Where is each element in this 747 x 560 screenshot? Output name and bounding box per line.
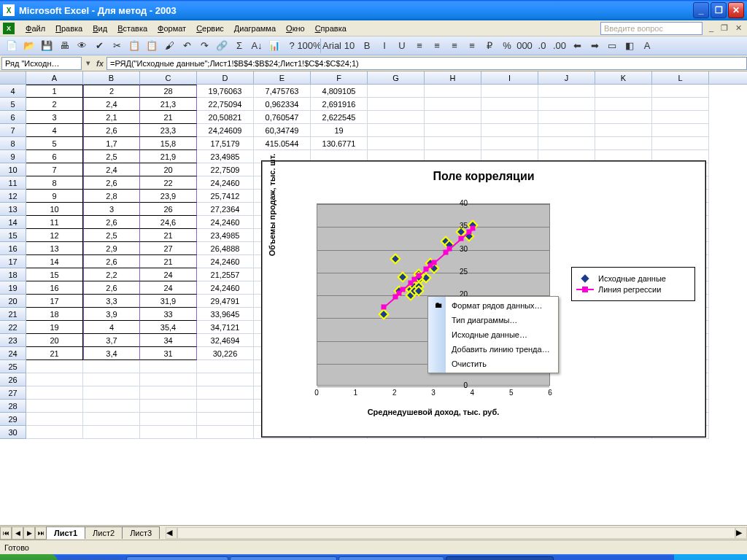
toolbar-button[interactable]: ✂	[109, 38, 125, 54]
toolbar-button[interactable]: 📋	[126, 38, 142, 54]
cell-D16[interactable]: 26,4888	[197, 242, 254, 255]
cell-A6[interactable]: 3	[26, 111, 83, 124]
cell-A7[interactable]: 4	[26, 124, 83, 137]
cell-D20[interactable]: 29,4791	[197, 295, 254, 308]
cell-D15[interactable]: 23,4985	[197, 229, 254, 242]
cell-C20[interactable]: 31,9	[140, 295, 197, 308]
cell-A17[interactable]: 14	[26, 255, 83, 268]
data-point[interactable]	[380, 311, 387, 318]
cell-D12[interactable]: 25,7412	[197, 190, 254, 203]
cell-D30[interactable]	[197, 426, 254, 439]
menu-Файл[interactable]: Файл	[20, 23, 50, 34]
cell-L8[interactable]	[652, 137, 709, 150]
cell-L7[interactable]	[652, 124, 709, 137]
cell-B16[interactable]: 2,9	[83, 242, 140, 255]
cell-H7[interactable]	[425, 124, 481, 137]
toolbar-button[interactable]: 📊	[266, 38, 282, 54]
toolbar-button[interactable]: ↶	[179, 38, 195, 54]
row-header[interactable]: 5	[0, 98, 26, 111]
cell-L5[interactable]	[652, 98, 709, 111]
cell-A20[interactable]: 17	[26, 295, 83, 308]
row-header[interactable]: 27	[0, 386, 26, 400]
cell-D5[interactable]: 22,75094	[197, 98, 254, 111]
legend-item[interactable]: Исходные данные	[598, 274, 666, 283]
row-header[interactable]: 13	[0, 203, 26, 216]
menu-Вставка[interactable]: Вставка	[112, 23, 152, 34]
cell-A23[interactable]: 20	[26, 334, 83, 347]
col-header-J[interactable]: J	[538, 71, 595, 84]
toolbar-button[interactable]: 👁	[74, 38, 90, 54]
cell-C9[interactable]: 21,9	[140, 150, 197, 163]
cell-D26[interactable]	[197, 373, 254, 386]
cell-B7[interactable]: 2,6	[83, 124, 140, 137]
row-header[interactable]: 24	[0, 347, 26, 360]
cell-A21[interactable]: 18	[26, 308, 83, 321]
cell-E5[interactable]: 0,962334	[254, 98, 311, 111]
toolbar-button[interactable]: Σ	[231, 38, 247, 54]
cell-B26[interactable]	[83, 373, 140, 386]
cell-D28[interactable]	[197, 400, 254, 413]
start-button[interactable]: ⊞пуск	[0, 554, 58, 560]
menu-Вид[interactable]: Вид	[88, 23, 112, 34]
cell-A26[interactable]	[26, 373, 83, 386]
sheet-nav-next[interactable]: ▶	[23, 526, 35, 540]
taskbar-button[interactable]: Microsoft Excel - Для…	[446, 556, 554, 560]
cell-B28[interactable]	[83, 400, 140, 413]
row-header[interactable]: 15	[0, 229, 26, 242]
toolbar-button[interactable]: B	[359, 38, 375, 54]
menu-clear[interactable]: Очистить	[430, 357, 557, 371]
cell-L4[interactable]	[652, 85, 709, 98]
cell-D7[interactable]: 24,24609	[197, 124, 254, 137]
cell-D6[interactable]: 20,50821	[197, 111, 254, 124]
row-header[interactable]: 10	[0, 163, 26, 176]
cell-J4[interactable]	[538, 85, 595, 98]
cell-B13[interactable]: 3	[83, 203, 140, 216]
cell-B15[interactable]: 2,5	[83, 229, 140, 242]
cell-B20[interactable]: 3,3	[83, 295, 140, 308]
cell-A16[interactable]: 13	[26, 242, 83, 255]
sheet-nav-prev[interactable]: ◀	[12, 526, 23, 540]
cell-D29[interactable]	[197, 413, 254, 426]
cell-C22[interactable]: 35,4	[140, 321, 197, 334]
cell-F6[interactable]: 2,622545	[311, 111, 368, 124]
cell-C27[interactable]	[140, 386, 197, 400]
row-header[interactable]: 16	[0, 242, 26, 255]
cell-A14[interactable]: 11	[26, 216, 83, 229]
sheet-tab[interactable]: Лист2	[85, 526, 123, 539]
cell-C11[interactable]: 22	[140, 176, 197, 190]
row-header[interactable]: 19	[0, 281, 26, 295]
toolbar-button[interactable]: 100%	[301, 38, 317, 54]
cell-A8[interactable]: 5	[26, 137, 83, 150]
toolbar-button[interactable]: 📋	[144, 38, 160, 54]
row-header[interactable]: 28	[0, 400, 26, 413]
cell-D9[interactable]: 23,4985	[197, 150, 254, 163]
row-header[interactable]: 9	[0, 150, 26, 163]
cell-J5[interactable]	[538, 98, 595, 111]
regression-point[interactable]	[471, 226, 476, 231]
toolbar-button[interactable]: 🖌	[161, 38, 177, 54]
cell-C10[interactable]: 20	[140, 163, 197, 176]
toolbar-button[interactable]: ▭	[604, 38, 620, 54]
row-header[interactable]: 25	[0, 360, 26, 373]
cell-E7[interactable]: 60,34749	[254, 124, 311, 137]
cell-B29[interactable]	[83, 413, 140, 426]
cell-G8[interactable]	[368, 137, 425, 150]
cell-G6[interactable]	[368, 111, 425, 124]
y-axis-label[interactable]: Объемы продаж, тыс. шт.	[268, 117, 276, 292]
cell-K8[interactable]	[595, 137, 652, 150]
cell-C25[interactable]	[140, 360, 197, 373]
cell-K6[interactable]	[595, 111, 652, 124]
cell-D13[interactable]: 27,2364	[197, 203, 254, 216]
menu-source-data[interactable]: Исходные данные…	[430, 327, 557, 342]
row-header[interactable]: 30	[0, 426, 26, 439]
cell-H5[interactable]	[425, 98, 481, 111]
regression-point[interactable]	[416, 273, 421, 279]
col-header-E[interactable]: E	[254, 71, 311, 84]
toolbar-button[interactable]: ⬅	[569, 38, 585, 54]
taskbar-button[interactable]: Метод-2003-1 - Micr…	[338, 556, 444, 560]
cell-A5[interactable]: 2	[26, 98, 83, 111]
menu-Диаграмма[interactable]: Диаграмма	[229, 23, 281, 34]
cell-A18[interactable]: 15	[26, 268, 83, 281]
data-point[interactable]	[392, 255, 399, 262]
cell-B9[interactable]: 2,5	[83, 150, 140, 163]
